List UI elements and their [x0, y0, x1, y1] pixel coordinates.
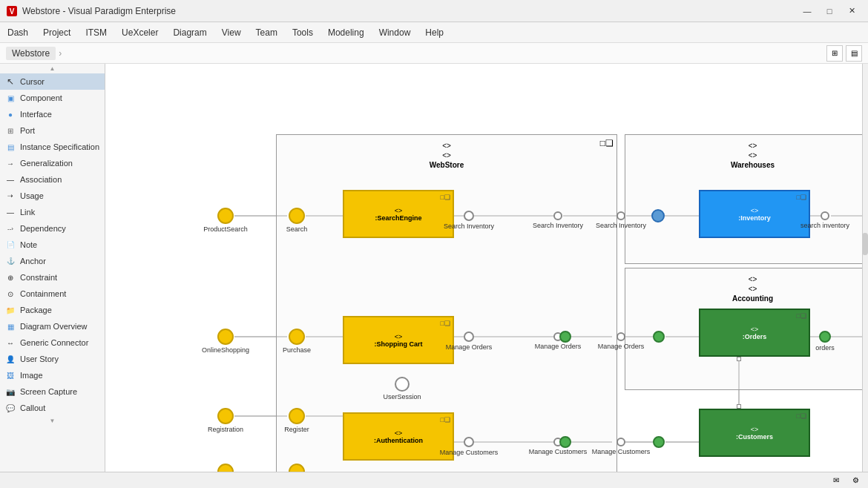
sidebar-item-instance-spec[interactable]: Instance Specification [0, 139, 105, 155]
generic-connector-icon [4, 337, 16, 349]
usage-icon [4, 190, 16, 202]
sidebar-item-package[interactable]: Package [0, 302, 105, 318]
circle-node [617, 438, 625, 446]
sidebar-item-diagram-overview[interactable]: Diagram Overview [0, 318, 105, 334]
sidebar: ▲ CursorComponentInterfacePortInstance S… [0, 64, 105, 472]
component-icon-inventory: □❏ [797, 194, 806, 201]
right-scrollbar[interactable] [862, 64, 868, 472]
sidebar-label-anchor: Anchor [20, 257, 46, 266]
node-label: ProductSearch [196, 225, 255, 233]
view-icon[interactable]: ▤ [846, 45, 862, 62]
sidebar-label-component: Component [20, 93, 62, 102]
component-icon-shopping-cart: □❏ [441, 320, 450, 327]
maximize-button[interactable]: □ [819, 3, 840, 19]
window-controls: — □ ✕ [797, 3, 862, 19]
menu-item-uexceler[interactable]: UeXceler [114, 24, 165, 41]
sidebar-item-cursor[interactable]: Cursor [0, 73, 105, 90]
component-label-shopping-cart: <>:Shopping Cart [375, 333, 423, 348]
menu-item-project[interactable]: Project [36, 24, 78, 41]
breadcrumb-arrow: › [59, 48, 62, 59]
breadcrumb-label[interactable]: Webstore [6, 47, 56, 60]
component-orders[interactable]: □❏<>:Orders [699, 309, 810, 357]
menu-item-view[interactable]: View [214, 24, 249, 41]
sidebar-item-component[interactable]: Component [0, 90, 105, 106]
sidebar-item-anchor[interactable]: Anchor [0, 253, 105, 269]
circle-node [819, 331, 831, 343]
containment-icon [4, 288, 16, 300]
sidebar-item-note[interactable]: Note [0, 237, 105, 253]
circle-node [553, 211, 562, 220]
sidebar-item-screen-capture[interactable]: Screen Capture [0, 383, 105, 400]
sidebar-item-generalization[interactable]: Generalization [0, 155, 105, 171]
sidebar-item-link[interactable]: Link [0, 204, 105, 220]
titlebar: V Webstore - Visual Paradigm Enterprise … [0, 0, 868, 22]
sidebar-item-containment[interactable]: Containment [0, 286, 105, 302]
sidebar-label-image: Image [20, 371, 43, 380]
component-authentication[interactable]: □❏<>:Authentication [343, 412, 454, 461]
component-icon-search-engine: □❏ [441, 194, 450, 201]
menu-item-window[interactable]: Window [372, 24, 418, 41]
settings-icon[interactable]: ⚙ [849, 474, 862, 487]
sidebar-item-usage[interactable]: Usage [0, 188, 105, 204]
component-inventory[interactable]: □❏<>:Inventory [699, 190, 810, 238]
menu-item-team[interactable]: Team [249, 24, 285, 41]
sidebar-item-constraint[interactable]: Constraint [0, 269, 105, 286]
menu-item-help[interactable]: Help [418, 24, 451, 41]
sidebar-item-interface[interactable]: Interface [0, 106, 105, 122]
sidebar-item-image[interactable]: Image [0, 367, 105, 383]
close-button[interactable]: ✕ [841, 3, 862, 19]
menu-item-modeling[interactable]: Modeling [320, 24, 372, 41]
sidebar-label-instance-spec: Instance Specification [20, 142, 99, 151]
sidebar-item-dependency[interactable]: Dependency [0, 220, 105, 237]
minimize-button[interactable]: — [797, 3, 818, 19]
sidebar-label-port: Port [20, 126, 35, 135]
port-icon [4, 125, 16, 136]
component-customers[interactable]: □❏<>:Customers [699, 409, 810, 457]
node-label: Registration [196, 426, 255, 433]
app-title: Webstore - Visual Paradigm Enterprise [22, 6, 797, 16]
circle-node [559, 331, 571, 343]
circle-node [651, 209, 665, 222]
sidebar-scroll-down[interactable]: ▼ [0, 416, 105, 426]
statusbar: ✉ ⚙ [0, 472, 868, 488]
email-icon[interactable]: ✉ [829, 474, 843, 487]
sidebar-item-callout[interactable]: Callout [0, 400, 105, 416]
sidebar-item-association[interactable]: Association [0, 171, 105, 188]
sidebar-label-generalization: Generalization [20, 159, 73, 168]
circle-node [653, 436, 665, 448]
sidebar-scroll-up[interactable]: ▲ [0, 64, 105, 73]
package-icon [4, 304, 16, 316]
menu-item-itsm[interactable]: ITSM [78, 24, 114, 41]
sidebar-label-generic-connector: Generic Connector [20, 338, 88, 347]
sidebar-item-port[interactable]: Port [0, 122, 105, 139]
sidebar-label-package: Package [20, 306, 52, 314]
circle-node [464, 211, 474, 221]
canvas-area[interactable]: <><>WebStore□❏<><>Warehouses□❏<><>Accoun… [105, 64, 862, 472]
dependency-icon [4, 222, 16, 234]
sidebar-item-user-story[interactable]: User Story [0, 351, 105, 367]
menu-item-tools[interactable]: Tools [285, 24, 320, 41]
circle-node [289, 208, 305, 224]
menu-item-dash[interactable]: Dash [0, 24, 36, 41]
sidebar-label-constraint: Constraint [20, 273, 57, 282]
node-label: Search Inventory [591, 222, 651, 229]
component-shopping-cart[interactable]: □❏<>:Shopping Cart [343, 316, 454, 364]
connection-handle [737, 357, 741, 361]
circle-node [617, 211, 625, 220]
circle-node [464, 437, 474, 447]
subsystem-label-webstore-subsystem: <><>WebStore [277, 141, 617, 170]
node-label: Search [267, 225, 326, 233]
component-search-engine[interactable]: □❏<>:SearchEngine [343, 190, 454, 238]
menu-item-diagram[interactable]: Diagram [165, 24, 214, 41]
sidebar-item-generic-connector[interactable]: Generic Connector [0, 334, 105, 351]
grid-icon[interactable]: ⊞ [826, 45, 843, 62]
sidebar-label-dependency: Dependency [20, 224, 66, 233]
component-label-inventory: <>:Inventory [738, 207, 771, 222]
menubar: DashProjectITSMUeXcelerDiagramViewTeamTo… [0, 22, 868, 43]
component-label-authentication: <>:Authentication [374, 429, 423, 444]
user-story-icon [4, 353, 16, 365]
circle-node [821, 211, 829, 220]
cursor-icon [4, 76, 16, 88]
node-label: Manage Customers [439, 449, 499, 456]
screen-capture-icon [4, 386, 16, 398]
